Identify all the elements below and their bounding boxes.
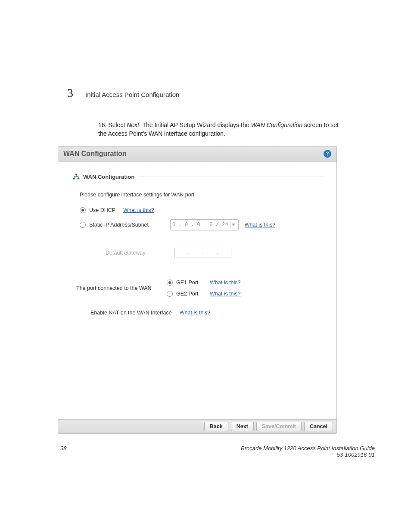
svg-rect-1 (73, 178, 75, 179)
document-number: 53-1002916-01 (241, 451, 375, 458)
page-footer: 38 Brocade Mobility 1220 Access Point In… (34, 445, 377, 458)
next-button[interactable]: Next (231, 422, 254, 431)
ge1-help-link[interactable]: What is this? (210, 280, 241, 286)
radio-ge2[interactable] (167, 291, 173, 297)
intro-text: Please configure interface settings for … (80, 192, 194, 198)
static-ip-input[interactable]: 0 . 0 . 0 . 0 / 24 (170, 219, 239, 230)
nat-help-link[interactable]: What is this? (180, 310, 211, 316)
dhcp-label: Use DHCP (89, 207, 115, 213)
panel-footer: Back Next Save/Commit Cancel (58, 419, 336, 433)
gateway-label: Default Gateway (106, 250, 162, 256)
subnet-dropdown-icon[interactable] (230, 221, 237, 228)
static-label: Static IP Address/Subnet (89, 222, 162, 228)
network-icon (73, 174, 80, 180)
svg-rect-0 (75, 174, 77, 175)
ge2-help-link[interactable]: What is this? (210, 291, 241, 297)
step-action: Next (127, 121, 139, 128)
panel-title: WAN Configuration (63, 150, 127, 158)
radio-ge1[interactable] (167, 280, 173, 286)
section-label: WAN Configuration (83, 174, 134, 180)
nat-label: Enable NAT on the WAN Interface (90, 310, 172, 316)
gateway-input[interactable]: ... (174, 248, 231, 258)
cancel-button[interactable]: Cancel (304, 422, 333, 431)
ip-value: 0 . 0 . 0 . 0 / 24 (172, 222, 228, 228)
page-number: 38 (60, 445, 66, 451)
section-header: WAN Configuration (73, 174, 324, 180)
ge1-label: GE1 Port (176, 280, 202, 286)
section-divider (138, 177, 324, 177)
svg-rect-2 (78, 178, 79, 179)
dhcp-help-link[interactable]: What is this? (123, 207, 154, 213)
radio-static-ip[interactable] (80, 222, 86, 228)
wan-config-panel: WAN Configuration ? WAN Configuration Pl… (58, 146, 337, 434)
step-prefix: Select (108, 121, 127, 128)
static-help-link[interactable]: What is this? (245, 222, 276, 228)
step-screen: WAN Configuration (251, 121, 302, 128)
step-mid: . The Initial AP Setup Wizard displays t… (139, 121, 251, 128)
ge2-label: GE2 Port (176, 291, 202, 297)
help-icon[interactable]: ? (324, 150, 331, 158)
radio-use-dhcp[interactable] (80, 207, 86, 213)
checkbox-enable-nat[interactable] (80, 310, 86, 316)
save-commit-button: Save/Commit (256, 422, 302, 431)
chapter-title: Initial Access Point Configuration (85, 91, 179, 98)
guide-title: Brocade Mobility 1220 Access Point Insta… (241, 445, 375, 451)
chapter-number: 3 (67, 86, 73, 100)
panel-titlebar: WAN Configuration ? (58, 146, 336, 162)
chapter-header: 3 Initial Access Point Configuration (67, 86, 377, 100)
wan-port-label: The port connected to the WAN (73, 285, 167, 291)
step-instruction: 16. Select Next. The Initial AP Setup Wi… (98, 121, 339, 138)
step-number: 16. (98, 121, 106, 128)
back-button[interactable]: Back (204, 422, 228, 431)
